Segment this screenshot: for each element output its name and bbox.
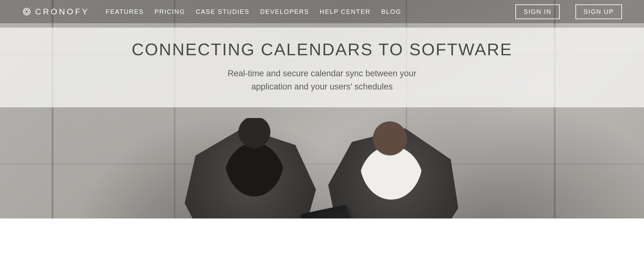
page-bottom-whitespace <box>0 218 644 253</box>
hero-subline-line1: Real-time and secure calendar sync betwe… <box>228 69 416 78</box>
svg-point-1 <box>23 10 31 13</box>
nav-case-studies[interactable]: CASE STUDIES <box>196 8 250 15</box>
nav-features[interactable]: FEATURES <box>106 8 144 15</box>
brand-logo-icon <box>22 7 31 16</box>
hero-headline: CONNECTING CALENDARS TO SOFTWARE <box>13 40 631 59</box>
top-nav: CRONOFY FEATURES PRICING CASE STUDIES DE… <box>0 0 644 23</box>
nav-links: FEATURES PRICING CASE STUDIES DEVELOPERS… <box>106 8 401 15</box>
sign-up-button[interactable]: SIGN UP <box>575 4 622 19</box>
nav-pricing[interactable]: PRICING <box>154 8 185 15</box>
nav-help-center[interactable]: HELP CENTER <box>320 8 371 15</box>
person-man <box>225 118 284 196</box>
hero-headline-band: CONNECTING CALENDARS TO SOFTWARE Real-ti… <box>0 28 644 107</box>
nav-blog[interactable]: BLOG <box>381 8 402 15</box>
hero-subline-line2: application and your users' schedules <box>251 82 392 91</box>
person-woman <box>360 121 423 200</box>
sign-in-button[interactable]: SIGN IN <box>515 4 559 19</box>
brand-name: CRONOFY <box>35 7 89 17</box>
nav-developers[interactable]: DEVELOPERS <box>260 8 309 15</box>
brand-link[interactable]: CRONOFY <box>22 7 89 17</box>
hero-subline: Real-time and secure calendar sync betwe… <box>13 67 631 94</box>
